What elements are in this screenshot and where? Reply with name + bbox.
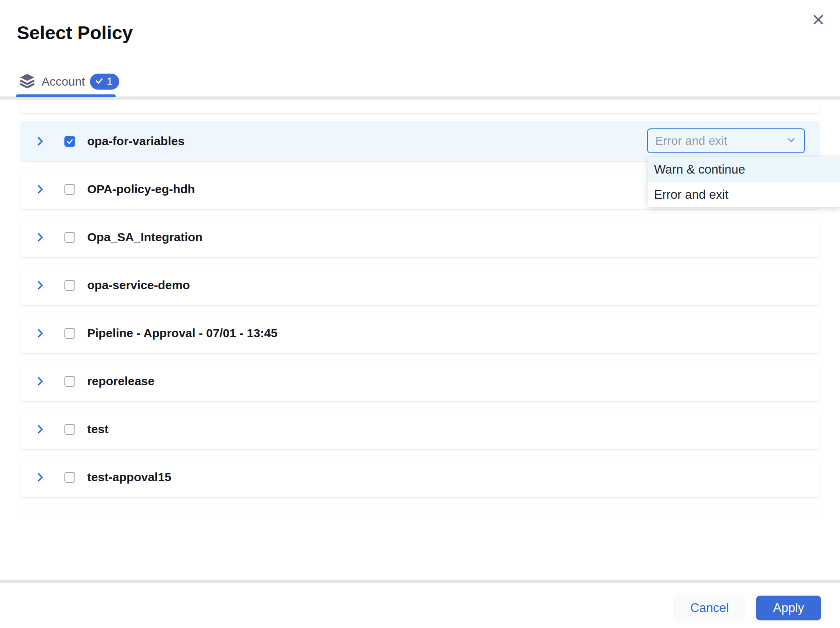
active-tab-indicator — [16, 94, 116, 97]
policy-row[interactable]: opa-service-demo — [20, 265, 820, 305]
policy-label: Opa_SA_Integration — [87, 230, 202, 244]
expand-chevron-icon[interactable] — [34, 375, 46, 387]
badge-count: 1 — [106, 75, 113, 88]
policy-label: reporelease — [87, 374, 154, 388]
policy-label: OPA-policy-eg-hdh — [87, 182, 195, 196]
policy-checkbox[interactable] — [64, 184, 75, 195]
expand-chevron-icon[interactable] — [34, 231, 46, 243]
apply-button[interactable]: Apply — [756, 596, 821, 620]
policy-row[interactable]: test — [20, 409, 820, 449]
policy-row[interactable]: test-appoval15 — [20, 457, 820, 497]
scroll-fade — [18, 509, 822, 525]
policy-row[interactable]: Opa_SA_Integration — [20, 217, 820, 257]
select-policy-dialog: Select Policy Account 1 — [0, 0, 840, 628]
tab-account[interactable]: Account 1 — [18, 72, 119, 91]
chevron-down-icon — [786, 134, 797, 147]
policy-checkbox[interactable] — [64, 232, 75, 243]
dropdown-option[interactable]: Error and exit — [648, 182, 840, 207]
policy-row[interactable]: Pipeline - Approval - 07/01 - 13:45 — [20, 313, 820, 353]
policy-checkbox[interactable] — [64, 136, 75, 147]
partial-row-top — [20, 100, 820, 113]
action-dropdown-menu: Warn & continue Error and exit — [648, 157, 840, 207]
policy-checkbox[interactable] — [64, 472, 75, 483]
page-title: Select Policy — [17, 22, 133, 44]
policy-label: opa-service-demo — [87, 278, 190, 292]
expand-chevron-icon[interactable] — [34, 183, 46, 195]
selected-count-badge: 1 — [90, 74, 119, 90]
tab-account-label: Account — [42, 75, 85, 88]
policy-row[interactable]: reporelease — [20, 361, 820, 401]
cancel-button[interactable]: Cancel — [674, 596, 745, 620]
policy-checkbox[interactable] — [64, 424, 75, 435]
policy-label: test — [87, 422, 108, 436]
layers-icon — [18, 72, 36, 91]
policy-checkbox[interactable] — [64, 280, 75, 291]
expand-chevron-icon[interactable] — [34, 135, 46, 147]
tabbar-divider — [0, 96, 840, 100]
policy-checkbox[interactable] — [64, 328, 75, 339]
expand-chevron-icon[interactable] — [34, 327, 46, 339]
policy-checkbox[interactable] — [64, 376, 75, 387]
expand-chevron-icon[interactable] — [34, 471, 46, 483]
action-select[interactable]: Error and exit — [647, 128, 805, 153]
policy-label: Pipeline - Approval - 07/01 - 13:45 — [87, 326, 278, 340]
policy-label: opa-for-variables — [87, 134, 184, 148]
close-icon — [812, 13, 825, 28]
action-select-value: Error and exit — [655, 134, 786, 148]
close-button[interactable] — [809, 10, 828, 30]
policy-label: test-appoval15 — [87, 470, 171, 484]
expand-chevron-icon[interactable] — [34, 279, 46, 291]
dropdown-option[interactable]: Warn & continue — [648, 157, 840, 182]
footer-divider — [0, 580, 840, 583]
check-icon — [95, 75, 104, 88]
expand-chevron-icon[interactable] — [34, 423, 46, 435]
